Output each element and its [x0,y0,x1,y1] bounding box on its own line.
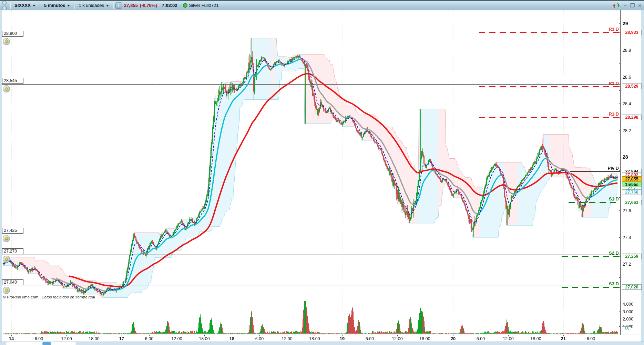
close-button[interactable]: × [638,3,641,8]
pivot-label-r2-d: R2 D [565,81,619,86]
instrument-label: SIXXXX [14,3,31,8]
alert-price-label[interactable]: 27,425 [2,228,23,234]
axis-price-label: 28,298 [622,115,642,120]
alert-price-label[interactable]: 28,545 [2,78,23,84]
bell-icon [4,288,9,293]
axis-price-label: 28,529 [622,83,642,89]
bell-icon [4,236,9,241]
timeframe-label: 5 minutos [44,3,65,8]
toolbar-grip-icon[interactable] [2,0,7,11]
alert-bell-icon[interactable] [3,287,10,294]
units-dropdown[interactable]: 1 k unidades [76,1,111,10]
restore-button[interactable]: ❐ [630,3,635,8]
window-left-frame [0,10,2,342]
toolbar: SIXXXX 5 minutos 1 k unidades i 27,855 (… [0,0,644,10]
pivot-label-s1-d: S1 D [565,196,619,201]
provider-credit: © ProRealTime.com [3,295,38,299]
bell-icon [4,257,9,262]
axis-price-label: 27,663 [622,200,642,205]
info-icon[interactable]: i [115,2,122,9]
price-display: 27,855 (-0,76%) 7:03:02 [122,1,179,10]
bell-icon [4,87,9,91]
axis-price-label: 27,768 [622,189,642,195]
axis-price-label: 27,259 [622,254,642,259]
instrument-dropdown[interactable]: SIXXXX [12,1,38,10]
last-volume-label: 33 [622,326,631,331]
timeframe-dropdown[interactable]: 5 minutos [42,1,72,10]
scrollbar-thumb[interactable] [42,342,51,345]
alert-price-label[interactable]: 28,900 [2,31,23,37]
trading-platform-window: SIXXXX 5 minutos 1 k unidades i 27,855 (… [0,0,644,345]
window-right-frame [641,10,644,342]
alert-price-label[interactable]: 27,270 [2,248,23,254]
horizontal-scrollbar[interactable] [0,342,644,345]
window-controls: – ❐ × [613,2,644,9]
chevron-down-icon [33,5,35,7]
axis-price-label: 27,855 [622,176,642,182]
axis-price-label: 28,933 [622,30,642,35]
chevron-down-icon [67,5,70,7]
pivot-label-s3-d: S3 D [565,281,619,286]
feed-name: Silver Full0721 [189,3,219,8]
pivot-label-s2-d: S2 D [565,250,619,256]
scrollbar-track[interactable] [6,342,76,345]
realtime-note: Datos recibidos en tiempo real [41,295,95,299]
copyright-line: © ProRealTime.com Datos recibidos en tie… [3,295,95,299]
price-change: (-0,76%) [140,3,157,8]
alert-price-label[interactable]: 27,040 [2,279,23,285]
units-label: 1 k unidades [79,3,104,8]
price-chart-canvas[interactable] [0,0,644,345]
axis-price-label: 27,028 [622,284,642,290]
minimize-button[interactable]: – [624,3,626,8]
feed-status-icon [183,3,187,8]
refresh-icon[interactable] [613,2,620,9]
pivot-label-r1-d: R1 D [565,111,619,117]
pivot-label-r3-d: R3 D [565,27,619,32]
chevron-down-icon [106,5,109,7]
bell-icon [4,39,9,44]
last-price: 27,855 [124,3,138,8]
alert-bell-icon[interactable] [3,38,10,45]
pivot-label-piv-d: Piv D [565,166,619,171]
axis-price-label: 1m55s [622,182,642,187]
quote-time: 7:03:02 [162,3,177,8]
